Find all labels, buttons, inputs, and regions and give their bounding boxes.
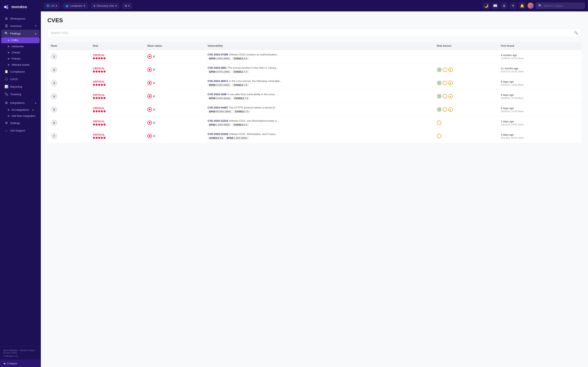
org-selector[interactable]: 👥 Lunalectric ▾ (63, 3, 87, 9)
first-found-cell: 9 days ago03/05/25, 10:00:45am (498, 103, 581, 116)
sidebar-item-ticketing[interactable]: 📎 Ticketing (1, 91, 40, 98)
risk-dot (104, 110, 105, 112)
sidebar-item-cves[interactable]: CVEs (1, 37, 40, 43)
col-rank[interactable]: Rank ↑ (48, 42, 90, 50)
moon-button[interactable]: 🌙 (483, 2, 490, 9)
risk-dot (104, 84, 105, 86)
breadcrumb-sep: › (89, 4, 90, 8)
risk-dots (93, 57, 141, 59)
table-row[interactable]: 4CRITICAL4CVE-2024-1086 A use-after-free… (48, 90, 581, 103)
blast-radius-cell: 3 (144, 116, 204, 129)
epss-badge: EPSS 1.18% (85th) (225, 136, 249, 140)
github-button[interactable]: ⊕ (501, 2, 508, 9)
first-found-cell: 9 days ago03/05/25, 10:00:45am (498, 90, 581, 103)
space-selector[interactable]: ⊕ Discovery One ▾ (91, 3, 119, 9)
vulnerability-cell[interactable]: CVE-2023-44487 The HTTP/2 protocol allow… (204, 103, 434, 116)
vulnerability-cell[interactable]: CVE-2025-22224 VMware ESXi, and Workstat… (204, 116, 434, 129)
vulnerability-cell[interactable]: CVE-2024-37085 VMware ESXi contains an a… (204, 50, 434, 63)
space-search[interactable]: 🔍 (536, 3, 585, 9)
epss-badge: EPSS 0.24% (62nd) (208, 97, 232, 100)
region-selector[interactable]: 🌐 US ▾ (44, 3, 60, 9)
sidebar-item-workspaces[interactable]: ⊞ Workspaces (1, 15, 40, 22)
sidebar: mondoo ⊞ Workspaces 🗄 Inventory ▾ 🔍 Find… (0, 0, 41, 367)
vulnerability-cell[interactable]: CVE-2024-2961 The iconv() function in th… (204, 63, 434, 76)
circle-icon: ○ (437, 134, 441, 138)
sidebar-item-policies[interactable]: Policies (1, 56, 40, 62)
sidebar-item-settings[interactable]: ⚙ Settings (1, 119, 40, 127)
avatar[interactable] (527, 3, 534, 9)
epss-badge: EPSS 1.05% (84th) (208, 57, 231, 60)
epss-badge: EPSS 0.10% (45th) (208, 83, 231, 87)
vulnerability-cell[interactable]: CVE-2024-1086 A use-after-free vulnerabi… (204, 90, 434, 103)
collapse-icon: ◀ (3, 362, 5, 365)
about-link[interactable]: About Mondoo (3, 349, 18, 351)
privacy-link[interactable]: Privacy Policy (3, 351, 17, 354)
sidebar-item-all-integrations[interactable]: All Integrations ⚠ (1, 107, 40, 113)
risk-dot (93, 57, 95, 59)
sub-nav-label: CVEs (11, 39, 18, 42)
reporting-icon: 📊 (4, 85, 8, 89)
rank-badge: 4 (51, 93, 57, 100)
sidebar-item-affected-assets[interactable]: Affected assets (1, 62, 40, 68)
time-date: 11/08/24, 07:02:21am (501, 57, 578, 59)
slack-button[interactable]: ✦ (510, 2, 517, 9)
blast-icon (147, 54, 152, 59)
sidebar-item-add-new-integration[interactable]: Add New Integration (1, 113, 40, 119)
risk-dots (93, 84, 141, 86)
sidebar-item-label: Reporting (10, 85, 22, 88)
table-row[interactable]: 2CRITICAL5CVE-2024-2961 The iconv() func… (48, 63, 581, 76)
table-row[interactable]: 6CRITICAL3CVE-2025-22224 VMware ESXi, an… (48, 116, 581, 129)
risk-dot (104, 57, 105, 59)
table-row[interactable]: 1CRITICAL4CVE-2024-37085 VMware ESXi con… (48, 50, 581, 63)
epss-badge: EPSS 0.07% (34th) (208, 70, 231, 73)
status-link[interactable]: Mondoo Status (20, 349, 35, 351)
col-blast[interactable]: Blast radius (144, 42, 204, 50)
sidebar-item-get-support[interactable]: ○ Get Support (1, 127, 40, 134)
risk-dot (98, 71, 100, 73)
svg-point-1 (6, 5, 8, 7)
support-icon: ○ (4, 129, 8, 132)
breadcrumb-sep: › (120, 4, 121, 8)
sidebar-item-integrations[interactable]: ⊞ Integrations ▴ (1, 99, 40, 106)
table-row[interactable]: 3CRITICAL4CVE-2024-36971 In the Linux ke… (48, 76, 581, 90)
cve-search-input[interactable] (51, 31, 574, 34)
col-vulnerability[interactable]: Vulnerability (204, 42, 434, 50)
first-found-cell: 4 months ago11/08/24, 07:02:21am (498, 50, 581, 63)
rank-cell: 3 (48, 76, 90, 90)
cve-search-bar[interactable]: 🔍 (47, 29, 581, 37)
blast-count: 5 (153, 68, 155, 71)
vulnerability-cell[interactable]: CVE-2024-36971 In the Linux kernel, the … (204, 76, 434, 90)
collapse-button[interactable]: ◀ Collapse (0, 360, 41, 367)
vulnerability-cell[interactable]: CVE-2025-22226 VMware ESXi, Workstation,… (204, 129, 434, 143)
table-row[interactable]: 7CRITICAL3CVE-2025-22226 VMware ESXi, Wo… (48, 129, 581, 143)
risk-dot (95, 137, 98, 139)
sidebar-item-advisories[interactable]: Advisories (1, 43, 40, 49)
col-risk-factors[interactable]: Risk factors (434, 42, 498, 50)
globe-icon: 🌐 (437, 107, 441, 112)
risk-factors-cell: ○ (434, 116, 498, 129)
col-risk[interactable]: Risk (90, 42, 144, 50)
risk-factors-cell: 🌐○▶ (434, 76, 498, 90)
sidebar-item-compliance[interactable]: 📋 Compliance (1, 68, 40, 75)
blast-icon (147, 67, 152, 72)
sidebar-item-checks[interactable]: Checks (1, 50, 40, 55)
col-first-found[interactable]: First found (498, 42, 581, 50)
risk-factors-cell: 🌐○▶ (434, 103, 498, 116)
rank-cell: 6 (48, 116, 90, 129)
risk-dot (101, 137, 103, 139)
risk-factors-cell: ○ (434, 129, 498, 143)
space-search-input[interactable] (544, 4, 582, 7)
globe-icon: 🌐 (46, 4, 50, 7)
notifications-button[interactable]: 🔔 (519, 2, 526, 9)
mondoo-logo-icon (3, 4, 10, 10)
docs-button[interactable]: 📖 (492, 2, 499, 9)
cve-desc: VMware ESXi, Workstation, and Fusion... (229, 133, 277, 136)
sidebar-item-cicd[interactable]: ⬡ CI/CD (1, 75, 40, 83)
risk-dot (93, 71, 95, 73)
sidebar-item-inventory[interactable]: 🗄 Inventory ▾ (1, 22, 40, 30)
risk-icons: 🌐○▶ (437, 81, 494, 85)
sidebar-item-reporting[interactable]: 📊 Reporting (1, 83, 40, 90)
extra-selector[interactable]: ⊞ ▾ (122, 3, 132, 9)
table-row[interactable]: 5CRITICAL4CVE-2023-44487 The HTTP/2 prot… (48, 103, 581, 116)
sidebar-item-findings[interactable]: 🔍 Findings ▴ (1, 30, 40, 37)
